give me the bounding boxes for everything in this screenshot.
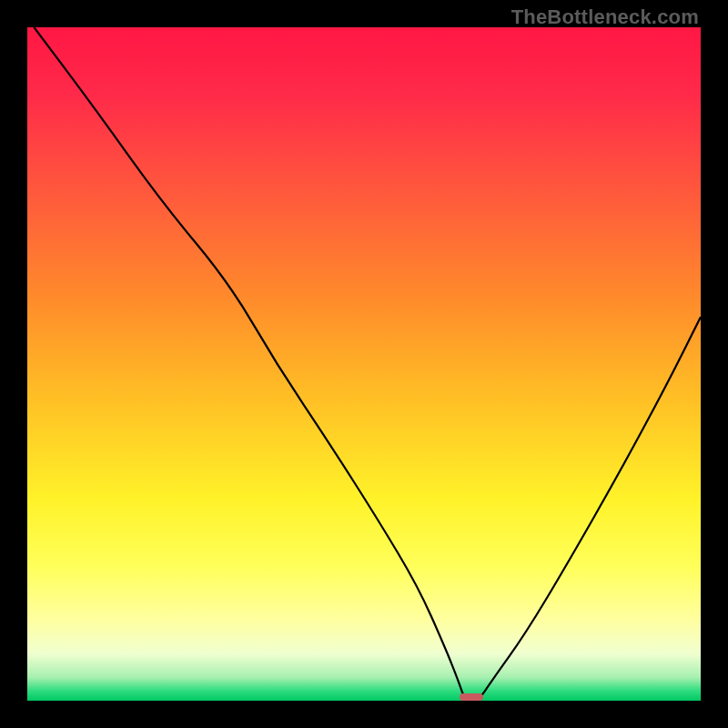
plot-area [27,27,701,701]
watermark-text: TheBottleneck.com [511,5,699,29]
bottleneck-curve [34,27,701,701]
optimal-marker [460,693,483,701]
chart-canvas: TheBottleneck.com [0,0,728,728]
curve-layer [27,27,701,701]
